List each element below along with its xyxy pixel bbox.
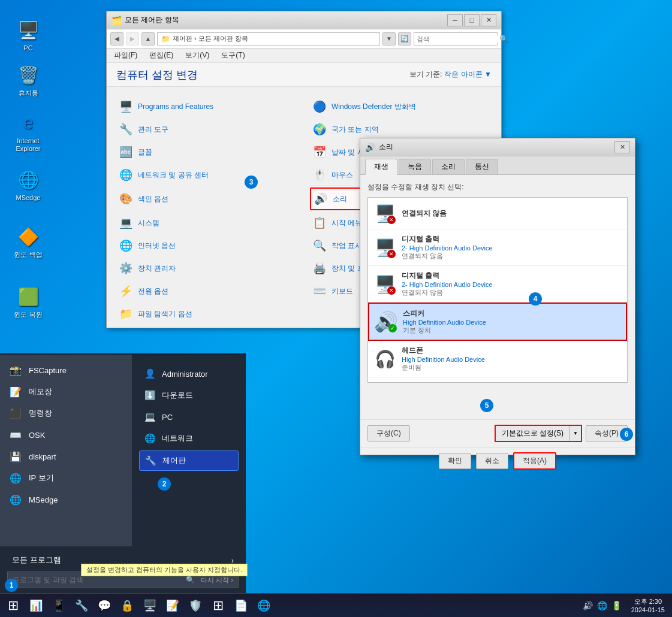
device-item-3[interactable]: 🖥️ ✕ 디지털 출력 2- High Definition Audio Dev… xyxy=(368,266,627,303)
winrestore-label: 윈도 복원 xyxy=(14,311,42,319)
tab-sounds[interactable]: 소리 xyxy=(432,159,465,174)
menu-file[interactable]: 파일(F) xyxy=(112,49,140,62)
taskbar-file-icon[interactable]: 📄 xyxy=(230,595,252,616)
up-button[interactable]: ▲ xyxy=(141,32,155,46)
back-button[interactable]: ◀ xyxy=(110,32,123,46)
programs-icon: 🖥️ xyxy=(119,99,133,114)
cp-item-system[interactable]: 💻 시스템 xyxy=(116,213,298,233)
controlpanel-right-icon: 🔧 xyxy=(144,455,156,467)
address-box[interactable]: 📁 제어판 › 모든 제어판 항목 xyxy=(157,32,380,46)
desktop-icon-pc[interactable]: 🖥️ PC xyxy=(7,18,49,52)
device-info-headphone: 헤드폰 High Definition Audio Device 준비됨 xyxy=(402,346,621,372)
start-item-diskpart[interactable]: 💾 diskpart xyxy=(0,446,132,467)
taskbar-tablet-icon[interactable]: 📱 xyxy=(48,595,70,616)
device-item-digital[interactable]: 🖥️ 디지털 출력 High Definition Audio Device 준… xyxy=(368,377,627,383)
sound-dialog-tabs: 재생 녹음 소리 통신 xyxy=(360,156,635,175)
sound-label: 소리 xyxy=(333,194,347,204)
cp-item-devmgr[interactable]: ⚙️ 장치 관리자 xyxy=(116,258,298,279)
taskbar-globe-icon[interactable]: 🌐 xyxy=(253,595,275,616)
tray-network-icon[interactable]: 🌐 xyxy=(596,600,608,612)
start-button[interactable]: ⊞ xyxy=(2,595,24,616)
restart-button[interactable]: 다시 시작 › xyxy=(201,576,233,585)
taskbar-monitor-icon[interactable]: 🖥️ xyxy=(139,595,161,616)
taskbar-shield-icon[interactable]: 🛡️ xyxy=(185,595,206,616)
minimize-button[interactable]: ─ xyxy=(447,14,463,26)
msedge-icon: 🌐 xyxy=(16,168,40,192)
winrestore-icon: 🟩 xyxy=(16,285,40,308)
desktop-icon-ie[interactable]: e InternetExplorer xyxy=(7,111,49,153)
desktop-icon-winrestore[interactable]: 🟩 윈도 복원 xyxy=(7,285,49,319)
dropdown-button[interactable]: ▼ xyxy=(382,32,396,46)
configure-button[interactable]: 구성(C) xyxy=(367,425,410,441)
close-button[interactable]: ✕ xyxy=(481,14,496,26)
start-right-controlpanel[interactable]: 🔧 제어판 xyxy=(139,450,239,471)
start-item-cmd[interactable]: ⬛ 명령창 xyxy=(0,403,132,424)
tray-battery-icon[interactable]: 🔋 xyxy=(611,600,623,612)
start-right-downloads[interactable]: ⬇️ 다운로드 xyxy=(139,386,239,405)
taskbar-tools-icon[interactable]: 🔧 xyxy=(71,595,92,616)
start-item-msedge[interactable]: 🌐 MSedge xyxy=(0,489,132,510)
cp-item-font[interactable]: 🔤 글꼴 xyxy=(116,142,298,162)
start-item-ipview[interactable]: 🌐 IP 보기 xyxy=(0,467,132,489)
menu-view[interactable]: 보기(V) xyxy=(183,49,212,62)
start-right-administrator[interactable]: 👤 Administrator xyxy=(139,364,239,383)
tab-recording[interactable]: 녹음 xyxy=(399,159,431,174)
desktop-icon-winbackup[interactable]: 🔶 윈도 백업 xyxy=(7,225,49,259)
device-info-3: 디지털 출력 2- High Definition Audio Device 연… xyxy=(402,271,621,297)
device-item-1[interactable]: 🖥️ ✕ 연결되지 않음 xyxy=(368,198,627,229)
taskbar-chart-icon[interactable]: 📊 xyxy=(25,595,47,616)
cp-item-internet[interactable]: 🌐 인터넷 옵션 xyxy=(116,235,298,256)
device-item-2[interactable]: 🖥️ ✕ 디지털 출력 2- High Definition Audio Dev… xyxy=(368,229,627,266)
ok-button[interactable]: 확인 xyxy=(439,453,471,469)
menu-edit[interactable]: 편집(E) xyxy=(147,49,176,62)
clock-time: 오후 2:30 xyxy=(631,597,665,606)
taskbar-chat-icon[interactable]: 💬 xyxy=(94,595,115,616)
notepad-icon: 📝 xyxy=(10,386,22,398)
tab-playback[interactable]: 재생 xyxy=(365,159,397,175)
maximize-button[interactable]: □ xyxy=(464,14,480,26)
cancel-button[interactable]: 취소 xyxy=(476,453,508,469)
cp-item-defender[interactable]: 🔵 Windows Defender 방화벽 xyxy=(310,96,492,117)
search-box[interactable]: 🔍 xyxy=(414,32,498,46)
device-item-speaker[interactable]: 🔊 ✓ 스피커 High Definition Audio Device 기본 … xyxy=(368,303,627,341)
cp-item-power[interactable]: ⚡ 전원 옵션 xyxy=(116,281,298,301)
region-label: 국가 또는 지역 xyxy=(332,125,379,135)
forward-button[interactable]: ▶ xyxy=(126,32,139,46)
refresh-button[interactable]: 🔄 xyxy=(398,32,411,46)
cp-item-fileexp[interactable]: 📁 파일 탐색기 옵션 xyxy=(116,304,298,324)
taskbar-clock[interactable]: 오후 2:30 2024-01-15 xyxy=(626,597,670,613)
cp-item-admin[interactable]: 🔧 관리 도구 xyxy=(116,119,298,140)
start-right-pc[interactable]: 💻 PC xyxy=(139,407,239,427)
start-right-network[interactable]: 🌐 네트워크 xyxy=(139,429,239,448)
cp-item-programs[interactable]: 🖥️ Programs and Features xyxy=(116,96,298,117)
cp-item-region[interactable]: 🌍 국가 또는 지역 xyxy=(310,119,492,140)
tray-sound-icon[interactable]: 🔊 xyxy=(582,600,594,612)
start-item-fscapture[interactable]: 📸 FSCapture xyxy=(0,359,132,381)
taskbar-lock-icon[interactable]: 🔒 xyxy=(116,595,138,616)
taskbar-note-icon[interactable]: 📝 xyxy=(162,595,183,616)
cp-item-indexing[interactable]: 🎨 색인 옵션 xyxy=(116,187,298,210)
set-default-dropdown-button[interactable]: ▼ xyxy=(570,426,581,441)
system-label: 시스템 xyxy=(138,218,159,228)
desktop-icon-msedge[interactable]: 🌐 MSedge xyxy=(7,168,49,202)
search-input[interactable] xyxy=(417,35,499,43)
start-item-notepad[interactable]: 📝 메모장 xyxy=(0,381,132,403)
taskbar-win-icon[interactable]: ⊞ xyxy=(207,595,229,616)
start-item-osk[interactable]: ⌨️ OSK xyxy=(0,424,132,446)
desktop-icon-recycle[interactable]: 🗑️ 휴지통 xyxy=(7,63,49,97)
set-default-button[interactable]: 기본값으로 설정(S) xyxy=(496,426,570,441)
start-search-input[interactable] xyxy=(13,576,182,584)
device-item-headphone[interactable]: 🎧 헤드폰 High Definition Audio Device 준비됨 xyxy=(368,341,627,377)
view-mode-btn[interactable]: 작은 아이콘 ▼ xyxy=(444,69,492,80)
admin-icon: 🔧 xyxy=(119,122,133,137)
taskbar: ⊞ 📊 📱 🔧 💬 🔒 🖥️ 📝 🛡️ ⊞ 📄 🌐 🔊 🌐 🔋 오후 2:30 … xyxy=(0,593,672,617)
device-name-headphone: 헤드폰 xyxy=(402,346,621,356)
cp-item-network[interactable]: 🌐 네트워크 및 공유 센터 xyxy=(116,165,298,185)
start-menu-right: 👤 Administrator ⬇️ 다운로드 💻 PC 🌐 네트워크 🔧 제어… xyxy=(132,355,246,546)
menu-tools[interactable]: 도구(T) xyxy=(219,49,247,62)
apply-button[interactable]: 적용(A) xyxy=(513,452,556,470)
sound-dialog-title: 소리 xyxy=(379,142,614,152)
sound-close-button[interactable]: ✕ xyxy=(614,141,630,153)
tab-comms[interactable]: 통신 xyxy=(466,159,498,174)
osk-label: OSK xyxy=(29,431,45,440)
